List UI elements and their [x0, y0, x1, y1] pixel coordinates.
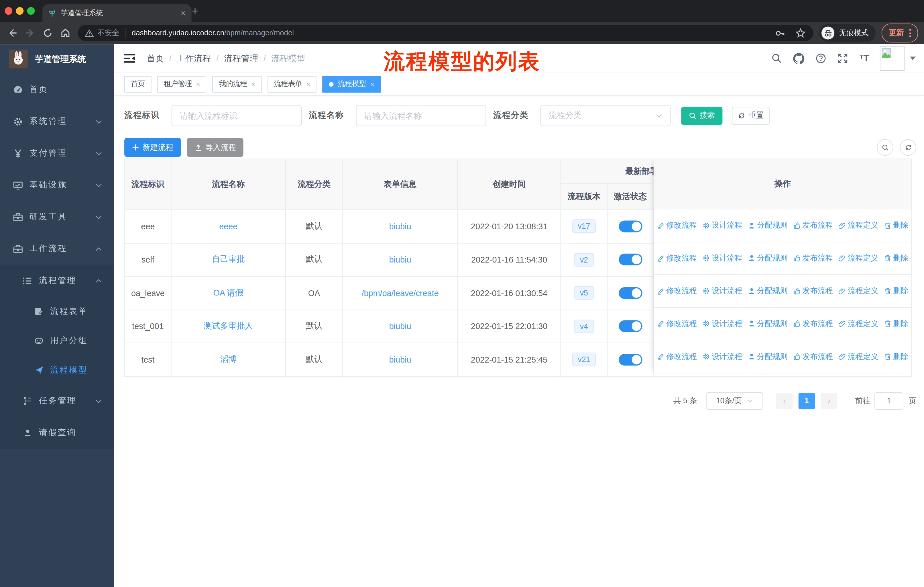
delete-link[interactable]: 删除 — [884, 220, 908, 231]
page-size-select[interactable]: 10条/页 — [706, 392, 763, 410]
create-process-button[interactable]: 新建流程 — [124, 138, 181, 157]
reset-button[interactable]: 重置 — [732, 106, 770, 125]
traffic-light-close[interactable] — [5, 7, 12, 15]
prev-page-button[interactable]: ‹ — [776, 392, 793, 409]
github-icon[interactable] — [794, 53, 805, 64]
search-icon[interactable] — [772, 53, 782, 64]
refresh-table-button[interactable] — [900, 139, 917, 156]
sidebar-item-user-group[interactable]: 用户分组 — [0, 326, 114, 356]
home-icon[interactable] — [60, 28, 71, 38]
sidebar-item-process-form[interactable]: 流程表单 — [0, 297, 114, 326]
process-definition-link[interactable]: 流程定义 — [838, 286, 878, 296]
url-path[interactable]: /bpm/manager/model — [224, 29, 294, 37]
traffic-light-zoom[interactable] — [27, 7, 35, 15]
publish-process-link[interactable]: 发布流程 — [793, 253, 833, 263]
sidebar-item-home[interactable]: 首页 — [0, 74, 114, 106]
avatar-dropdown-caret[interactable] — [910, 57, 916, 60]
assign-rule-link[interactable]: 分配规则 — [747, 253, 788, 263]
status-toggle[interactable] — [619, 321, 642, 332]
status-toggle[interactable] — [619, 254, 642, 265]
process-definition-link[interactable]: 流程定义 — [838, 351, 878, 362]
sidebar-item-process-model[interactable]: 流程模型 — [0, 356, 114, 385]
modify-process-link[interactable]: 修改流程 — [657, 286, 697, 296]
tag-process-model[interactable]: 流程模型 — [322, 76, 381, 92]
modify-process-link[interactable]: 修改流程 — [657, 220, 697, 231]
delete-link[interactable]: 删除 — [884, 286, 908, 296]
logo-row[interactable]: 芋道管理系统 — [0, 44, 114, 74]
design-process-link[interactable]: 设计流程 — [702, 351, 742, 362]
bookmark-star-icon[interactable] — [795, 28, 806, 39]
design-process-link[interactable]: 设计流程 — [702, 220, 742, 231]
address-bar[interactable]: 不安全 dashboard.yudao.iocoder.cn/bpm/manag… — [78, 25, 813, 41]
tag-close-icon[interactable] — [307, 81, 310, 88]
modify-process-link[interactable]: 修改流程 — [657, 253, 697, 263]
design-process-link[interactable]: 设计流程 — [702, 286, 742, 296]
traffic-light-minimize[interactable] — [16, 7, 24, 15]
process-definition-link[interactable]: 流程定义 — [838, 318, 878, 329]
tag-my-process[interactable]: 我的流程 — [213, 76, 262, 92]
delete-link[interactable]: 删除 — [884, 253, 908, 263]
sidebar-item-system[interactable]: 系统管理 — [0, 106, 114, 137]
sidebar-item-workflow[interactable]: 工作流程 — [0, 233, 114, 265]
tag-close-icon[interactable] — [370, 81, 374, 88]
process-name-link[interactable]: eeee — [219, 222, 238, 231]
design-process-link[interactable]: 设计流程 — [702, 253, 742, 263]
next-page-button[interactable]: › — [821, 392, 838, 409]
tag-process-form[interactable]: 流程表单 — [267, 76, 317, 92]
assign-rule-link[interactable]: 分配规则 — [747, 351, 788, 362]
browser-tab[interactable]: 芋道管理系统 — [42, 4, 191, 22]
breadcrumb-process-management[interactable]: 流程管理 — [224, 53, 258, 64]
new-tab-button[interactable] — [188, 5, 201, 18]
status-toggle[interactable] — [619, 287, 642, 299]
show-search-toggle-button[interactable] — [877, 139, 893, 156]
tag-close-icon[interactable] — [196, 81, 200, 88]
process-definition-link[interactable]: 流程定义 — [838, 220, 878, 231]
process-definition-link[interactable]: 流程定义 — [838, 253, 878, 263]
tag-home[interactable]: 首页 — [124, 76, 152, 92]
status-toggle[interactable] — [619, 220, 642, 232]
assign-rule-link[interactable]: 分配规则 — [747, 318, 788, 329]
security-label[interactable]: 不安全 — [97, 28, 119, 38]
process-name-link[interactable]: 滔博 — [220, 354, 237, 365]
url-host[interactable]: dashboard.yudao.iocoder.cn — [132, 29, 224, 37]
avatar[interactable] — [880, 46, 904, 71]
breadcrumb-workflow[interactable]: 工作流程 — [177, 53, 211, 64]
form-info-link[interactable]: /bpm/oa/leave/create — [361, 288, 439, 298]
status-toggle[interactable] — [619, 354, 642, 365]
form-info-link[interactable]: biubiu — [389, 322, 411, 331]
fullscreen-icon[interactable] — [838, 53, 848, 64]
passkey-icon[interactable] — [774, 28, 785, 39]
delete-link[interactable]: 删除 — [884, 351, 908, 362]
tag-close-icon[interactable] — [251, 81, 255, 88]
form-info-link[interactable]: biubiu — [389, 355, 411, 364]
publish-process-link[interactable]: 发布流程 — [793, 318, 833, 329]
tab-close-icon[interactable] — [181, 9, 186, 17]
process-name-link[interactable]: OA 请假 — [213, 288, 243, 298]
browser-update-button[interactable]: 更新 — [882, 23, 918, 42]
reload-icon[interactable] — [42, 28, 53, 38]
search-button[interactable]: 搜索 — [681, 106, 723, 125]
assign-rule-link[interactable]: 分配规则 — [747, 220, 788, 231]
form-info-link[interactable]: biubiu — [389, 255, 411, 264]
publish-process-link[interactable]: 发布流程 — [793, 220, 833, 231]
process-id-input[interactable] — [172, 105, 302, 126]
forward-icon[interactable] — [25, 28, 35, 38]
sidebar-item-leave-query[interactable]: 请假查询 — [0, 417, 114, 449]
browser-menu-icon[interactable] — [909, 29, 911, 37]
help-icon[interactable] — [816, 53, 826, 64]
font-size-icon[interactable]: TT — [860, 53, 869, 64]
page-number-button[interactable]: 1 — [799, 392, 815, 409]
import-process-button[interactable]: 导入流程 — [187, 138, 243, 157]
process-name-link[interactable]: 测试多审批人 — [204, 321, 253, 332]
sidebar-item-payment[interactable]: 支付管理 — [0, 137, 114, 169]
sidebar-item-dev-tools[interactable]: 研发工具 — [0, 201, 114, 233]
sidebar-item-process-management[interactable]: 流程管理 — [0, 265, 114, 297]
back-icon[interactable] — [7, 28, 18, 38]
goto-page-input[interactable] — [874, 392, 903, 410]
breadcrumb-home[interactable]: 首页 — [147, 53, 164, 64]
process-name-input[interactable] — [356, 105, 486, 126]
assign-rule-link[interactable]: 分配规则 — [747, 286, 788, 296]
publish-process-link[interactable]: 发布流程 — [793, 286, 833, 296]
modify-process-link[interactable]: 修改流程 — [657, 318, 697, 329]
modify-process-link[interactable]: 修改流程 — [657, 351, 697, 362]
